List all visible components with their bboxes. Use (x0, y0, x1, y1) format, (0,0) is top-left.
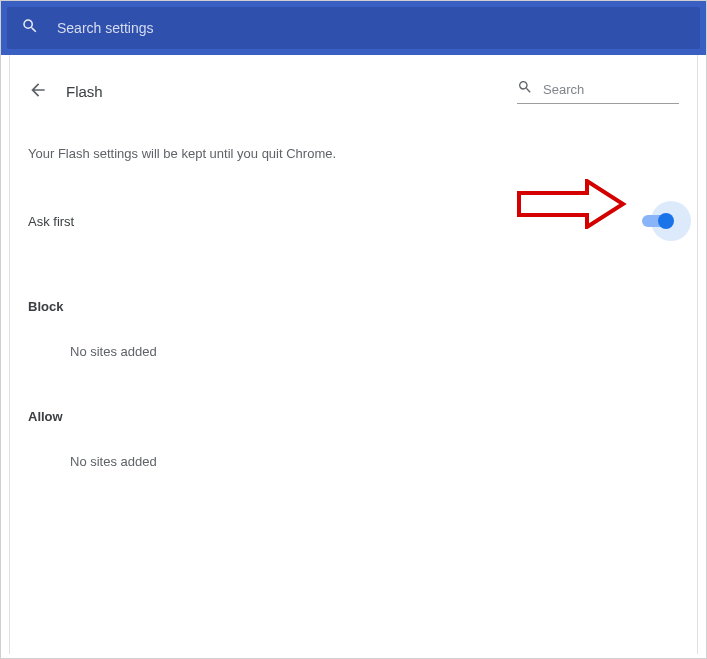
page-search-input[interactable] (543, 82, 679, 97)
block-empty-text: No sites added (70, 344, 679, 359)
page-search-container[interactable] (517, 79, 679, 104)
ask-first-row: Ask first (28, 199, 679, 243)
top-search-bar (1, 1, 706, 55)
global-search-input[interactable] (57, 20, 686, 36)
ask-first-toggle[interactable] (635, 199, 679, 243)
page-title: Flash (66, 83, 103, 100)
global-search-container[interactable] (7, 7, 700, 49)
allow-heading: Allow (28, 409, 679, 424)
block-heading: Block (28, 299, 679, 314)
search-icon (517, 79, 533, 99)
back-button[interactable] (28, 82, 48, 102)
page-header: Flash (28, 79, 679, 104)
ask-first-label: Ask first (28, 214, 74, 229)
search-icon (21, 17, 39, 39)
description-text: Your Flash settings will be kept until y… (28, 146, 679, 161)
arrow-left-icon (28, 80, 48, 104)
main-content: Flash Your Flash settings will be kept u… (9, 55, 698, 654)
allow-empty-text: No sites added (70, 454, 679, 469)
